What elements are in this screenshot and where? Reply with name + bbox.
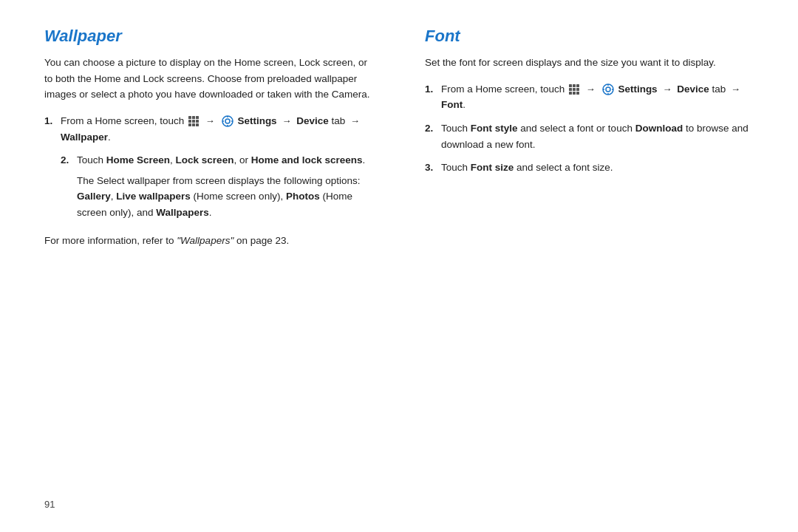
- step-2-header: 2. Touch Home Screen, Lock screen, or Ho…: [61, 152, 373, 168]
- wallpaper-refer: For more information, refer to "Wallpape…: [44, 233, 373, 249]
- wallpaper-label: Wallpaper: [61, 132, 108, 143]
- font-arrow-3: →: [731, 83, 740, 95]
- device-label: Device: [296, 115, 329, 126]
- gallery-label: Gallery: [77, 191, 111, 202]
- apps-grid-icon: [188, 116, 199, 126]
- download-label: Download: [635, 123, 683, 134]
- step-num-2: 2.: [61, 152, 77, 168]
- wallpaper-title: Wallpaper: [44, 27, 373, 46]
- wallpaper-steps-list: 1. From a Home screen, touch: [44, 113, 373, 225]
- font-title: Font: [425, 27, 754, 46]
- font-settings-circle-icon: [602, 83, 614, 95]
- wallpaper-intro: You can choose a picture to display on t…: [44, 55, 373, 103]
- step-2-sub: The Select wallpaper from screen display…: [77, 173, 373, 221]
- home-screen-label: Home Screen: [106, 154, 170, 166]
- photos-label: Photos: [286, 191, 320, 202]
- font-step-3: 3. Touch Font size and select a font siz…: [425, 160, 754, 176]
- page-number: 91: [44, 499, 55, 510]
- svg-point-6: [603, 84, 613, 95]
- font-step-3-content: Touch Font size and select a font size.: [441, 160, 754, 176]
- svg-point-1: [225, 119, 230, 123]
- lock-screen-label: Lock screen: [176, 154, 234, 166]
- font-arrow-2: →: [662, 83, 672, 95]
- svg-point-0: [222, 116, 233, 126]
- font-device-label: Device: [677, 83, 709, 95]
- font-arrow-1: →: [586, 83, 596, 95]
- font-section: Font Set the font for screen displays an…: [417, 27, 754, 505]
- font-step-1: 1. From a Home screen, touch: [425, 81, 754, 113]
- step-2-main: Touch Home Screen, Lock screen, or Home …: [77, 152, 373, 168]
- settings-label: Settings: [237, 115, 276, 126]
- font-step-2-content: Touch Font style and select a font or to…: [441, 120, 754, 152]
- arrow-icon-1: →: [205, 115, 215, 126]
- font-apps-grid-icon: [569, 84, 579, 95]
- font-step-num-3: 3.: [425, 160, 441, 176]
- font-step-1-content: From a Home screen, touch →: [441, 81, 754, 113]
- arrow-icon-2: →: [282, 115, 291, 126]
- step-num-1: 1.: [44, 113, 61, 145]
- font-style-label: Font style: [471, 123, 518, 134]
- font-step-2: 2. Touch Font style and select a font or…: [425, 120, 754, 152]
- page-container: Wallpaper You can choose a picture to di…: [0, 0, 798, 532]
- settings-circle-icon: [222, 115, 233, 127]
- two-column-layout: Wallpaper You can choose a picture to di…: [44, 27, 754, 505]
- font-intro: Set the font for screen displays and the…: [425, 55, 754, 71]
- wallpaper-step-1: 1. From a Home screen, touch: [44, 113, 373, 145]
- arrow-icon-3: →: [350, 115, 360, 126]
- wallpapers-label: Wallpapers: [156, 207, 209, 218]
- live-wallpapers-label: Live wallpapers: [116, 191, 191, 202]
- step-1-content: From a Home screen, touch →: [61, 113, 373, 145]
- home-lock-label: Home and lock screens: [251, 154, 363, 166]
- font-settings-label: Settings: [618, 83, 657, 95]
- font-steps-list: 1. From a Home screen, touch: [425, 81, 754, 176]
- font-size-label: Font size: [471, 162, 514, 173]
- font-step-num-2: 2.: [425, 120, 441, 152]
- wallpaper-refer-italic: "Wallpapers": [177, 235, 233, 246]
- font-font-label: Font: [441, 99, 463, 110]
- wallpaper-step-2: 2. Touch Home Screen, Lock screen, or Ho…: [61, 152, 373, 225]
- svg-point-7: [606, 87, 610, 92]
- font-step-num-1: 1.: [425, 81, 441, 113]
- wallpaper-section: Wallpaper You can choose a picture to di…: [44, 27, 388, 505]
